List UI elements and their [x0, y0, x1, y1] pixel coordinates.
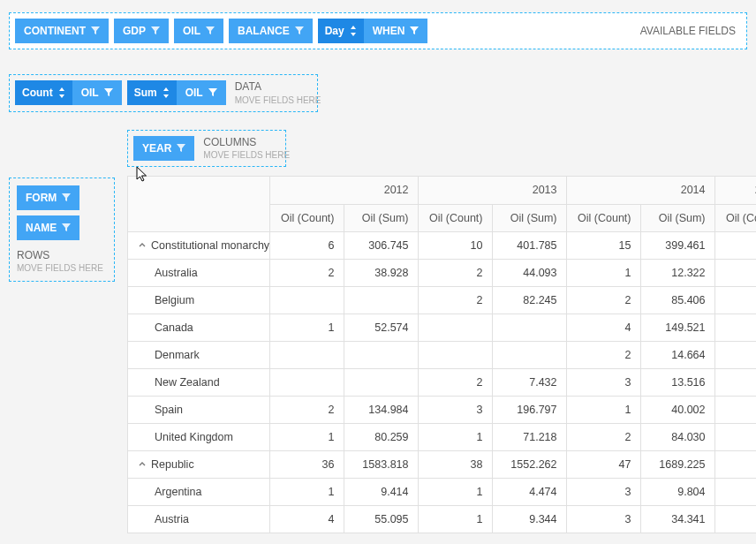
day-toggle[interactable]: Day [318, 19, 364, 43]
data-cell[interactable]: 134.984 [344, 396, 418, 423]
data-cell[interactable]: 3 [714, 286, 756, 314]
data-cell[interactable]: 4 [269, 505, 344, 533]
data-cell[interactable]: 1 [714, 314, 756, 341]
data-cell[interactable]: 44.093 [492, 259, 566, 286]
data-cell[interactable] [269, 368, 344, 396]
data-cell[interactable]: 3 [566, 505, 640, 533]
col-measure[interactable]: Oil (Count) [269, 204, 344, 231]
row-header[interactable]: United Kingdom [128, 423, 269, 450]
field-gdp[interactable]: GDP [114, 19, 169, 43]
row-group-header[interactable]: Republic [128, 450, 269, 478]
data-cell[interactable]: 1 [269, 314, 344, 341]
table-row[interactable]: New Zealand27.432313.5161 [128, 368, 756, 396]
data-cell[interactable]: 9.414 [344, 478, 418, 505]
data-cell[interactable]: 1 [714, 505, 756, 533]
col-year[interactable]: 2013 [418, 177, 566, 204]
data-cell[interactable]: 2 [418, 368, 492, 396]
data-cell[interactable]: 12 [714, 231, 756, 259]
data-cell[interactable]: 1 [566, 259, 640, 286]
data-cell[interactable]: 1689.225 [640, 450, 714, 478]
data-cell[interactable] [344, 368, 418, 396]
col-measure[interactable]: Oil (Sum) [492, 204, 566, 231]
data-cell[interactable]: 2 [714, 341, 756, 368]
col-measure[interactable]: Oil (Count) [714, 204, 756, 231]
data-cell[interactable]: 401.785 [492, 231, 566, 259]
data-cell[interactable]: 7.432 [492, 368, 566, 396]
row-header[interactable]: Belgium [128, 286, 269, 314]
data-cell[interactable]: 36 [269, 450, 344, 478]
data-cell[interactable]: 55.095 [344, 505, 418, 533]
data-cell[interactable]: 399.461 [640, 231, 714, 259]
table-row[interactable]: Belgium282.245285.4063 [128, 286, 756, 314]
data-cell[interactable]: 306.745 [344, 231, 418, 259]
pivot-grid[interactable]: 2012201320142015Oil (Count)Oil (Sum)Oil … [127, 176, 756, 533]
data-cell[interactable]: 38.928 [344, 259, 418, 286]
data-cell[interactable]: 40.002 [640, 396, 714, 423]
agg-func[interactable]: Count [15, 80, 72, 105]
data-cell[interactable]: 1 [418, 423, 492, 450]
data-cell[interactable]: 52.574 [344, 314, 418, 341]
data-cell[interactable]: 2 [566, 341, 640, 368]
data-zone[interactable]: Count OIL Sum OIL DATA MOVE FIELDS HERE [9, 74, 318, 112]
agg-func[interactable]: Sum [127, 80, 177, 105]
table-row[interactable]: Denmark214.6642 [128, 341, 756, 368]
data-cell[interactable]: 1 [269, 478, 344, 505]
field-year[interactable]: YEAR [133, 136, 194, 161]
data-cell[interactable] [492, 341, 566, 368]
data-cell[interactable]: 1 [714, 478, 756, 505]
data-cell[interactable]: 12.322 [640, 259, 714, 286]
data-cell[interactable]: 80.259 [344, 423, 418, 450]
data-cell[interactable]: 2 [418, 286, 492, 314]
field-oil[interactable]: OIL [174, 19, 223, 43]
data-cell[interactable]: 1 [418, 505, 492, 533]
data-cell[interactable]: 9.804 [640, 478, 714, 505]
available-fields-zone[interactable]: CONTINENT GDP OIL BALANCE Day WHEN AVAIL… [9, 12, 747, 49]
table-row[interactable]: Constitutional monarchy6306.74510401.785… [128, 231, 756, 259]
row-header[interactable]: Canada [128, 314, 269, 341]
data-cell[interactable]: 1 [714, 368, 756, 396]
data-cell[interactable]: 3 [566, 478, 640, 505]
data-cell[interactable]: 13.516 [640, 368, 714, 396]
data-cell[interactable]: 4.474 [492, 478, 566, 505]
table-row[interactable]: Austria455.09519.344334.3411 [128, 505, 756, 533]
data-cell[interactable] [344, 341, 418, 368]
data-cell[interactable] [418, 341, 492, 368]
field-name[interactable]: NAME [17, 215, 79, 240]
field-balance[interactable]: BALANCE [229, 19, 313, 43]
table-row[interactable]: Republic361583.818381552.262471689.22539 [128, 450, 756, 478]
rows-zone[interactable]: FORM NAME ROWS MOVE FIELDS HERE [9, 178, 115, 283]
col-measure[interactable]: Oil (Count) [418, 204, 492, 231]
table-row[interactable]: Spain2134.9843196.797140.0022 [128, 396, 756, 423]
data-cell[interactable]: 10 [418, 231, 492, 259]
col-year[interactable]: 2014 [566, 177, 714, 204]
row-header[interactable]: Spain [128, 396, 269, 423]
agg-field[interactable]: OIL [177, 80, 226, 105]
data-cell[interactable]: 149.521 [640, 314, 714, 341]
row-header[interactable]: Argentina [128, 478, 269, 505]
table-row[interactable]: United Kingdom180.259171.218284.0302 [128, 423, 756, 450]
data-cell[interactable]: 2 [566, 423, 640, 450]
data-cell[interactable]: 47 [566, 450, 640, 478]
row-header[interactable]: Denmark [128, 341, 269, 368]
data-cell[interactable]: 9.344 [492, 505, 566, 533]
data-cell[interactable]: 1552.262 [492, 450, 566, 478]
data-cell[interactable]: 2 [714, 396, 756, 423]
table-row[interactable]: Argentina19.41414.47439.8041 [128, 478, 756, 505]
data-cell[interactable] [418, 314, 492, 341]
data-cell[interactable]: 84.030 [640, 423, 714, 450]
data-cell[interactable]: 1 [714, 259, 756, 286]
data-cell[interactable]: 1 [418, 478, 492, 505]
field-when-group[interactable]: Day WHEN [318, 19, 428, 43]
data-cell[interactable]: 85.406 [640, 286, 714, 314]
table-row[interactable]: Canada152.5744149.5211 [128, 314, 756, 341]
data-cell[interactable]: 2 [418, 259, 492, 286]
data-cell[interactable]: 3 [418, 396, 492, 423]
data-cell[interactable] [269, 341, 344, 368]
data-cell[interactable] [492, 314, 566, 341]
field-form[interactable]: FORM [17, 185, 79, 210]
data-cell[interactable]: 6 [269, 231, 344, 259]
data-cell[interactable]: 82.245 [492, 286, 566, 314]
data-agg-sum[interactable]: Sum OIL [127, 80, 226, 105]
data-cell[interactable] [344, 286, 418, 314]
col-measure[interactable]: Oil (Sum) [344, 204, 418, 231]
